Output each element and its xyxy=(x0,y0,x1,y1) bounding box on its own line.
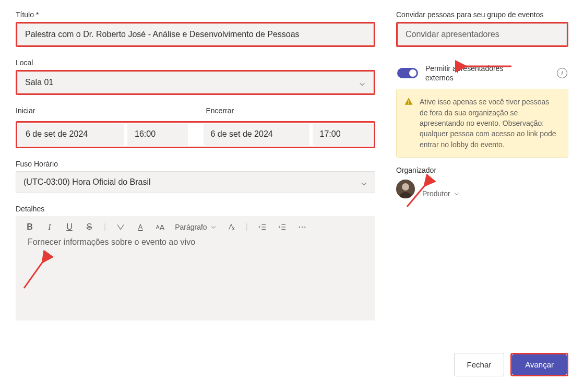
location-value: Sala 01 xyxy=(25,76,53,89)
svg-rect-5 xyxy=(408,103,409,104)
organizer-label: Organizador xyxy=(396,166,568,174)
timezone-value: (UTC-03:00) Hora Oficial do Brasil xyxy=(23,176,151,188)
invite-presenters-input[interactable]: Convidar apresentadores xyxy=(398,23,567,45)
chevron-down-icon xyxy=(359,79,366,86)
end-date-input[interactable]: 6 de set de 2024 xyxy=(204,124,309,146)
organizer-role-label: Produtor xyxy=(422,189,450,198)
timezone-label: Fuso Horário xyxy=(16,160,375,168)
clear-format-icon[interactable] xyxy=(226,222,236,232)
more-icon[interactable] xyxy=(297,222,307,232)
italic-icon[interactable]: I xyxy=(44,222,55,232)
details-label: Detalhes xyxy=(16,205,375,213)
outdent-icon[interactable] xyxy=(257,222,268,232)
indent-icon[interactable] xyxy=(277,222,288,232)
location-select[interactable]: Sala 01 xyxy=(17,72,374,93)
underline-icon[interactable]: U xyxy=(64,222,75,232)
warning-text: Ative isso apenas se você tiver pessoas … xyxy=(420,98,556,148)
svg-point-2 xyxy=(302,227,303,228)
svg-point-1 xyxy=(299,227,300,228)
start-time-input[interactable]: 16:00 xyxy=(127,124,188,146)
warning-icon xyxy=(404,97,413,109)
external-presenters-toggle[interactable] xyxy=(397,68,418,78)
font-color-icon[interactable] xyxy=(135,222,146,232)
strike-icon[interactable]: S xyxy=(84,222,94,232)
start-date-input[interactable]: 6 de set de 2024 xyxy=(18,124,124,146)
external-presenters-label: Permitir apresentadores externos xyxy=(425,64,514,82)
next-button[interactable]: Avançar xyxy=(512,354,567,375)
organizer-name xyxy=(422,180,460,189)
avatar xyxy=(396,180,415,198)
svg-point-3 xyxy=(304,227,305,228)
invite-label: Convidar pessoas para seu grupo de event… xyxy=(396,10,568,19)
title-label: Título * xyxy=(16,10,375,19)
bold-icon[interactable]: B xyxy=(25,222,35,232)
paragraph-select[interactable]: Parágrafo xyxy=(175,223,216,231)
details-textarea[interactable]: Fornecer informações sobre o evento ao v… xyxy=(16,237,375,247)
close-button[interactable]: Fechar xyxy=(454,353,505,376)
end-time-input[interactable]: 17:00 xyxy=(313,124,373,146)
svg-rect-0 xyxy=(138,230,143,231)
font-size-icon[interactable]: AA xyxy=(155,222,165,232)
end-label: Encerrar xyxy=(206,106,376,115)
paragraph-label: Parágrafo xyxy=(175,223,207,231)
start-label: Iniciar xyxy=(16,106,185,115)
title-input[interactable]: Palestra com o Dr. Roberto José - Anális… xyxy=(17,23,374,45)
timezone-select[interactable]: (UTC-03:00) Hora Oficial do Brasil xyxy=(16,171,375,193)
divider: | xyxy=(246,222,248,232)
details-editor[interactable]: B I U S | AA Parágrafo xyxy=(16,216,375,320)
location-label: Local xyxy=(16,58,375,67)
warning-banner: Ative isso apenas se você tiver pessoas … xyxy=(396,89,568,157)
svg-rect-4 xyxy=(408,101,409,103)
chevron-down-icon xyxy=(360,179,367,186)
info-icon[interactable]: i xyxy=(557,68,567,78)
svg-point-7 xyxy=(402,183,409,191)
organizer-role-select[interactable]: Produtor xyxy=(422,189,460,198)
highlight-icon[interactable] xyxy=(115,222,126,232)
divider: | xyxy=(104,222,106,232)
